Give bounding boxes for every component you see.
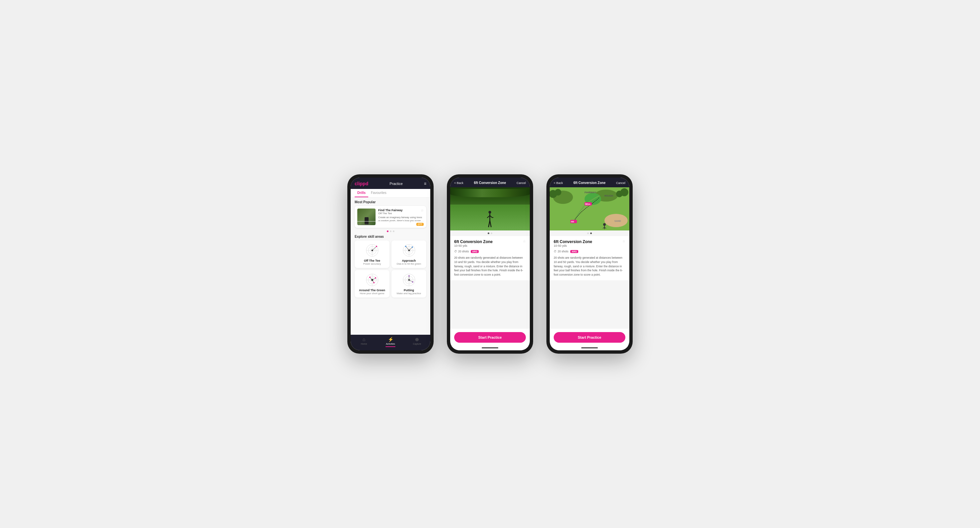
ott-desc: Power accuracy [357, 262, 387, 265]
arg-name: Around The Green [357, 289, 387, 292]
shots-row: ⏱ 20 shots ARG [454, 250, 526, 253]
back-button[interactable]: < Back [454, 181, 463, 185]
shots-row: ⏱ 20 shots ARG [554, 250, 625, 253]
home-bar [581, 347, 598, 348]
drill-detail-body: 6ft Conversion Zone 10-50 yds ☆ ⏱ 20 sho… [550, 236, 629, 280]
tabs-bar: Drills Favourites [351, 189, 430, 198]
drill-name: Find The Fairway [378, 209, 424, 212]
arg-desc: Hone your short game [357, 292, 387, 295]
carousel-dots [355, 230, 426, 232]
approach-desc: Dial-in to hit the green [394, 262, 424, 265]
shots-info: ⏱ 10 shots [357, 223, 370, 226]
featured-drill-card[interactable]: Find The Fairway Off The Tee Create an i… [355, 206, 426, 228]
favourite-star[interactable]: ☆ [523, 239, 526, 243]
svg-point-27 [373, 282, 375, 283]
phone3-header-title: 6ft Conversion Zone [574, 181, 606, 185]
drill-photo [450, 187, 530, 230]
back-button[interactable]: < Back [554, 181, 563, 185]
dot-1 [587, 233, 589, 234]
drill-sub: Off The Tee [378, 212, 424, 215]
dot-2 [590, 233, 592, 234]
phone-1: clippd Practice ≡ Drills Favourites Most… [347, 174, 434, 354]
image-dots [550, 230, 629, 236]
phone-2: < Back 6ft Conversion Zone Cancel [447, 174, 533, 354]
drill-description: 20 shots are randomly generated at dista… [554, 256, 625, 277]
phone-2-screen: < Back 6ft Conversion Zone Cancel [450, 178, 530, 350]
image-dots [450, 230, 530, 236]
home-icon: ⌂ [363, 337, 365, 342]
svg-text:ROUGH: ROUGH [605, 195, 613, 197]
phone-1-screen: clippd Practice ≡ Drills Favourites Most… [351, 178, 430, 350]
activities-label: Activities [386, 343, 395, 345]
svg-point-6 [371, 250, 373, 251]
phone3-header: < Back 6ft Conversion Zone Cancel [550, 178, 629, 187]
menu-icon[interactable]: ≡ [424, 181, 426, 186]
phone-3-screen: < Back 6ft Conversion Zone Cancel SAND [550, 178, 629, 350]
start-practice-button[interactable]: Start Practice [554, 332, 625, 343]
bottom-nav: ⌂ Home ⚡ Activities ⊕ Capture [351, 335, 430, 350]
svg-text:Miss: Miss [585, 203, 590, 205]
dot-2 [491, 233, 492, 234]
drill-title-group: 6ft Conversion Zone 10-50 yds [454, 239, 493, 249]
drill-detail-body: 6ft Conversion Zone 10-50 yds ☆ ⏱ 20 sho… [450, 236, 530, 280]
skill-card-arg[interactable]: Around The Green Hone your short game [355, 270, 390, 298]
svg-text:FAIRWAY: FAIRWAY [585, 191, 597, 194]
ott-icon [364, 243, 380, 258]
drill-yardage: 10-50 yds [454, 244, 493, 247]
svg-text:Hit: Hit [571, 220, 574, 223]
skill-grid: Off The Tee Power accuracy [355, 241, 426, 298]
tab-drills[interactable]: Drills [355, 189, 368, 197]
shots-label: ⏱ 20 shots [454, 250, 469, 253]
svg-point-28 [369, 277, 371, 278]
drill-tag: OTT [416, 223, 424, 226]
explore-label: Explore skill areas [355, 235, 426, 238]
svg-point-61 [603, 223, 606, 226]
svg-point-37 [408, 279, 410, 281]
nav-capture[interactable]: ⊕ Capture [404, 337, 430, 347]
nav-activities[interactable]: ⚡ Activities [377, 337, 404, 347]
svg-point-29 [375, 277, 376, 279]
active-underline [385, 346, 395, 347]
cancel-button[interactable]: Cancel [517, 181, 526, 185]
shots-label: ⏱ 20 shots [554, 250, 568, 253]
phone2-header: < Back 6ft Conversion Zone Cancel [450, 178, 530, 187]
approach-icon [401, 243, 417, 258]
svg-point-39 [412, 281, 414, 282]
favourite-star[interactable]: ☆ [421, 209, 424, 212]
drill-tag: ARG [471, 250, 479, 253]
most-popular-label: Most Popular [355, 200, 426, 204]
photo-bg [450, 187, 530, 230]
svg-point-54 [555, 189, 561, 196]
header-title: Practice [390, 182, 403, 186]
phone-3: < Back 6ft Conversion Zone Cancel SAND [546, 174, 633, 354]
dot-1 [488, 233, 489, 234]
cancel-button[interactable]: Cancel [616, 181, 625, 185]
skill-card-approach[interactable]: Approach Dial-in to hit the green [391, 241, 426, 268]
nav-home[interactable]: ⌂ Home [351, 337, 377, 347]
approach-name: Approach [394, 259, 424, 262]
start-practice-button[interactable]: Start Practice [454, 332, 526, 343]
favourite-star[interactable]: ☆ [622, 239, 625, 243]
title-row: 6ft Conversion Zone 10-50 yds ☆ [554, 239, 625, 249]
home-indicator [450, 346, 530, 350]
tab-favourites[interactable]: Favourites [368, 189, 389, 197]
svg-point-7 [376, 246, 377, 247]
svg-point-56 [616, 191, 623, 197]
putting-name: Putting [394, 289, 424, 292]
activities-icon: ⚡ [388, 337, 393, 342]
svg-point-15 [408, 250, 410, 251]
drill-title-group: 6ft Conversion Zone 10-50 yds [554, 239, 592, 249]
phone1-content: Most Popular Find The Fairway Off The Te… [351, 198, 430, 335]
drill-tag: ARG [570, 250, 578, 253]
skill-card-ott[interactable]: Off The Tee Power accuracy [355, 241, 390, 268]
svg-point-26 [371, 279, 373, 281]
app-logo: clippd [355, 181, 368, 186]
skill-card-putting[interactable]: Putting Make and lag practice [391, 270, 426, 298]
svg-point-40 [489, 211, 491, 214]
phone1-header: clippd Practice ≡ [351, 178, 430, 189]
ott-name: Off The Tee [357, 259, 387, 262]
drill-yardage: 10-50 yds [554, 244, 592, 247]
capture-icon: ⊕ [415, 337, 419, 342]
svg-point-17 [412, 246, 413, 248]
drill-title: 6ft Conversion Zone [554, 239, 592, 244]
